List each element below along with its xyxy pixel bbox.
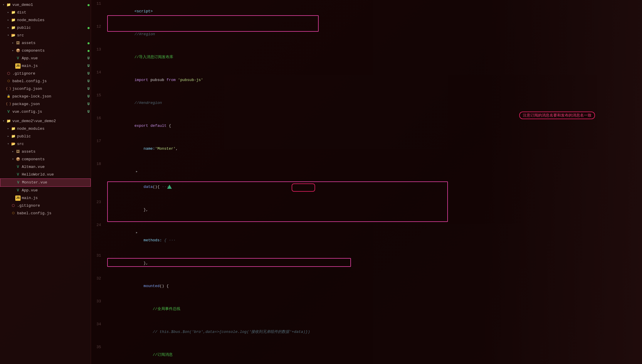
chevron-right-icon: ▸ (6, 9, 11, 16)
line-number: 14 (91, 69, 106, 76)
line-content: }, (106, 252, 642, 275)
sidebar-item-monster-vue[interactable]: V Monster.vue (0, 178, 91, 187)
modified-badge: U (88, 86, 90, 92)
sidebar-item-babel-1[interactable]: ⬡ babel.config.js U (0, 77, 91, 85)
folder-icon: 📁 (11, 134, 16, 139)
sidebar-item-label: node_modules (17, 17, 45, 23)
sidebar-item-label: App.vue (22, 187, 38, 194)
line-number: 11 (91, 0, 106, 8)
js-icon: JS (15, 63, 21, 69)
sidebar-item-label: assets (22, 149, 36, 155)
sidebar-item-public-1[interactable]: ▸ 📁 public (0, 24, 91, 32)
sidebar-item-src-2[interactable]: ▾ 📂 src (0, 140, 91, 148)
folder-icon: 📁 (11, 126, 16, 132)
babel-icon: ⬡ (11, 211, 16, 216)
token: //#endregion (135, 101, 162, 105)
code-line-13: 13 //导入消息订阅发布库 (91, 46, 642, 69)
vue-icon: V (15, 188, 21, 193)
token: <script> (135, 9, 153, 14)
sidebar-item-components-1[interactable]: ▸ 📦 components (0, 47, 91, 55)
sidebar-item-babel-2[interactable]: ⬡ babel.config.js (0, 210, 91, 217)
sidebar-item-label: babel.config.js (12, 78, 47, 85)
sidebar-item-node-modules-1[interactable]: ▸ 📁 node_modules (0, 16, 91, 24)
status-badge-green (88, 42, 90, 44)
sidebar-item-helloworld-vue[interactable]: V HelloWorld.vue (0, 171, 91, 178)
pkg-lock-icon: 🔒 (6, 94, 11, 99)
line-number: 34 (91, 321, 106, 328)
line-content: import pubsub from 'pubsub-js' (106, 69, 642, 92)
modified-badge: U (88, 63, 90, 69)
sidebar-item-assets-1[interactable]: ▸ 🖼 assets (0, 39, 91, 47)
sidebar-item-label: src (17, 32, 24, 39)
modified-badge: U (88, 55, 90, 62)
folder-icon: 📦 (15, 48, 21, 53)
code-line-12: 12 //#region (91, 23, 642, 46)
line-number: 24 (91, 221, 106, 229)
code-line-23: 23 }, (91, 198, 642, 221)
collapse-arrow[interactable]: ▸ (135, 169, 139, 174)
sidebar-item-public-2[interactable]: ▸ 📁 public (0, 133, 91, 140)
sidebar-item-altman-vue[interactable]: V Altman.vue (0, 163, 91, 171)
code-line-14: 14 import pubsub from 'pubsub-js' (91, 69, 642, 92)
line-content: }, (106, 198, 642, 221)
code-line-24: 24 ▸ methods: { ··· (91, 221, 642, 252)
sidebar-item-src-1[interactable]: ▾ 📂 src (0, 32, 91, 39)
sidebar-item-label: main.js (22, 63, 38, 69)
folder-open-icon: 📂 (11, 33, 16, 38)
code-line-15: 15 //#endregion (91, 92, 642, 114)
chevron-right-icon: ▸ (6, 133, 11, 140)
line-content: //导入消息订阅发布库 (106, 46, 642, 69)
code-line-35: 35 //订阅消息 (91, 343, 642, 364)
token: 'Monster' (155, 146, 176, 151)
js-icon: JS (15, 196, 21, 201)
folder-icon: 📁 (11, 25, 16, 31)
chevron-right-icon: ▸ (11, 149, 15, 155)
code-line-33: 33 //全局事件总线 (91, 298, 642, 321)
sidebar-item-jsconfig[interactable]: { } jsconfig.json U (0, 85, 91, 93)
token: }, (135, 261, 148, 265)
annotation-subscribe-note: 注意订阅的消息名要和发布的消息名一致 (519, 112, 595, 119)
token: { (169, 124, 171, 128)
sidebar-item-app-vue-1[interactable]: V App.vue U (0, 55, 91, 62)
sidebar-item-gitignore-2[interactable]: ⬡ .gitignore (0, 202, 91, 210)
editor-area: 注意订阅的消息名要和发布的消息名一致 11 <script> 12 //#reg… (91, 0, 642, 364)
sidebar: ▾ 📁 vue_demo1 ▸ 📁 dist ▸ 📁 node_modules … (0, 0, 91, 364)
token: (){ (153, 185, 159, 189)
line-content: name:'Monster', (106, 137, 642, 160)
sidebar-item-label: node_modules (17, 126, 45, 132)
sidebar-item-vue-demo2[interactable]: ▾ 📁 vue_demo2\vue_demo2 (0, 117, 91, 125)
collapse-arrow[interactable]: ▸ (135, 230, 139, 235)
chevron-down-icon: ▾ (1, 2, 6, 8)
chevron-down-icon: ▾ (1, 118, 6, 124)
sidebar-item-vue-config[interactable]: V vue.config.js U (0, 108, 91, 116)
sidebar-item-vue-demo1[interactable]: ▾ 📁 vue_demo1 (0, 1, 91, 9)
token: name: (144, 146, 155, 151)
sidebar-item-main-js-2[interactable]: JS main.js (0, 194, 91, 202)
sidebar-item-label: vue_demo1 (12, 2, 33, 8)
token: 'pubsub-js' (178, 78, 203, 82)
vue-icon: V (6, 109, 11, 114)
sidebar-item-pkg-lock[interactable]: 🔒 package-lock.json U (0, 93, 91, 100)
sidebar-item-pkg[interactable]: { } package.json U (0, 100, 91, 108)
code-line-11: 11 <script> (91, 0, 642, 23)
sidebar-item-assets-2[interactable]: ▸ 🖼 assets (0, 148, 91, 156)
line-number: 17 (91, 137, 106, 145)
status-badge-green (88, 27, 90, 29)
sidebar-item-main-js-1[interactable]: JS main.js U (0, 62, 91, 70)
token: export (135, 124, 151, 128)
sidebar-item-gitignore-1[interactable]: ⬡ .gitignore U (0, 70, 91, 77)
status-badge-green (88, 50, 90, 52)
sidebar-item-components-2[interactable]: ▾ 📦 components (0, 156, 91, 163)
sidebar-item-node-modules-2[interactable]: ▸ 📁 node_modules (0, 125, 91, 133)
code-container[interactable]: 注意订阅的消息名要和发布的消息名一致 11 <script> 12 //#reg… (91, 0, 642, 364)
chevron-right-icon: ▸ (11, 48, 15, 54)
token: data (135, 185, 153, 189)
line-content: //全局事件总线 (106, 298, 642, 321)
gitignore-icon: ⬡ (6, 71, 11, 76)
sidebar-item-label: HelloWorld.vue (22, 171, 54, 178)
line-number: 13 (91, 46, 106, 53)
sidebar-item-dist[interactable]: ▸ 📁 dist (0, 9, 91, 16)
sidebar-item-app-vue-2[interactable]: V App.vue (0, 187, 91, 194)
chevron-down-icon: ▾ (6, 141, 11, 147)
sidebar-item-label: vue.config.js (12, 109, 42, 115)
